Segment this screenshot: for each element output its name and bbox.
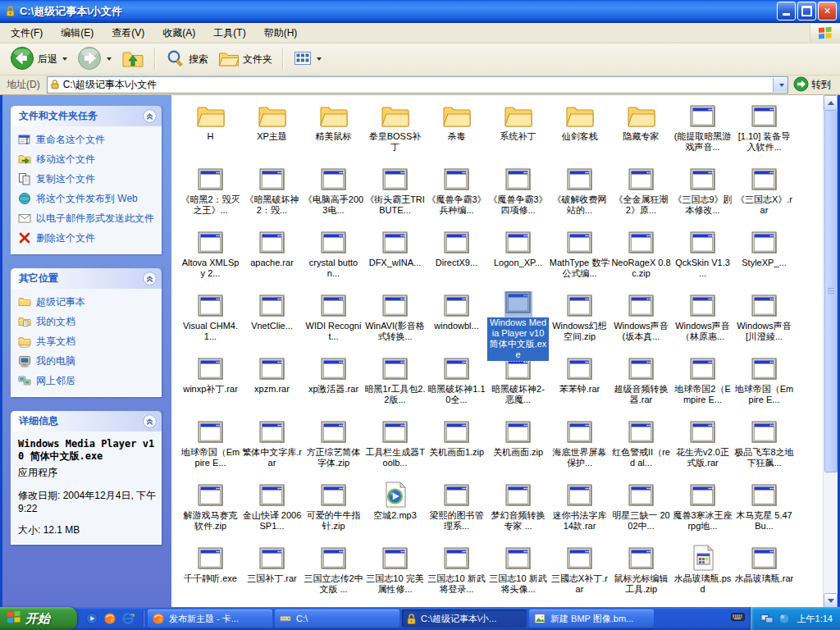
file-item[interactable]: QckSkin V1.3 ... — [672, 226, 733, 290]
file-item[interactable]: 三国志10 新武将头像... — [487, 542, 549, 605]
task-link[interactable]: 移动这个文件 — [18, 153, 158, 167]
network-tray-icon[interactable] — [760, 612, 774, 625]
file-item[interactable]: Windows声音(坂本真... — [610, 290, 672, 353]
task-link[interactable]: 我的电脑 — [18, 354, 158, 368]
file-item[interactable]: apache.rar — [241, 226, 303, 290]
file-item[interactable]: Windows声音（林原惠... — [672, 290, 733, 353]
file-item[interactable]: 《暗黑2：毁灭之王》... — [180, 163, 241, 226]
panel-header[interactable]: 文件和文件夹任务 — [11, 106, 162, 126]
address-input[interactable]: C:\超级记事本\小文件 — [47, 76, 788, 94]
task-link[interactable]: 复制这个文件 — [18, 172, 158, 186]
views-button[interactable] — [289, 48, 326, 71]
file-item[interactable]: 方正综艺简体字体.zip — [303, 416, 364, 479]
file-item[interactable]: 《三国志X》.rar — [733, 163, 795, 226]
menu-item[interactable]: 帮助(H) — [255, 24, 307, 43]
file-item[interactable]: xp激活器.rar — [303, 353, 364, 416]
file-item[interactable]: Windows声音[川澄綾... — [733, 290, 795, 353]
menu-item[interactable]: 查看(V) — [103, 24, 153, 43]
file-item[interactable]: 《电脑高手2003电... — [303, 163, 364, 226]
maximize-button[interactable] — [797, 2, 816, 21]
file-item[interactable]: 关机画面1.zip — [426, 416, 487, 479]
menu-item[interactable]: 工具(T) — [204, 24, 254, 43]
folder-item[interactable]: 隐藏专家 — [610, 100, 672, 163]
file-item[interactable]: crystal button... — [303, 226, 364, 290]
back-button[interactable]: 后退 — [5, 43, 72, 75]
file-item[interactable]: windowbl... — [426, 290, 487, 353]
address-dropdown-button[interactable] — [773, 78, 788, 92]
file-item[interactable]: 木马克星 5.47 Bu... — [733, 479, 795, 542]
file-item[interactable]: MathType 数学公式编... — [549, 226, 610, 290]
search-button[interactable]: 搜索 — [161, 46, 213, 73]
language-bar[interactable] — [726, 611, 750, 626]
file-item[interactable]: 苯苯钟.rar — [549, 353, 610, 416]
folder-item[interactable]: 杀毒 — [426, 100, 487, 163]
file-item[interactable]: 解游戏马赛克软件.zip — [180, 479, 241, 542]
file-item[interactable]: 金山快译 2006 SP1... — [241, 479, 303, 542]
task-link[interactable]: 我的文档 — [18, 315, 158, 329]
file-item[interactable]: VnetClie... — [241, 290, 303, 353]
file-item[interactable]: 三國志X补丁.rar — [549, 542, 610, 605]
file-item[interactable]: winxp补丁.rar — [180, 353, 241, 416]
file-item[interactable]: 《破解收费网站的... — [549, 163, 610, 226]
file-item[interactable]: 三国志10 新武将登录... — [426, 542, 487, 605]
go-button[interactable]: 转到 — [788, 76, 838, 94]
file-item[interactable]: xpzm.rar — [241, 353, 303, 416]
file-item[interactable]: 三国志10 完美属性修... — [364, 542, 426, 605]
file-item[interactable]: 梦幻音频转换专家 ... — [487, 479, 549, 542]
file-item[interactable]: 繁体中文字库.rar — [241, 416, 303, 479]
file-item[interactable]: WIDI Recognit... — [303, 290, 364, 353]
file-item[interactable]: 《街头霸王TRIBUTE... — [364, 163, 426, 226]
forward-dropdown-icon[interactable] — [107, 57, 112, 61]
file-item[interactable]: Visual CHM4.1... — [180, 290, 241, 353]
taskbar-task-button[interactable]: 发布新主题 - 卡... — [148, 609, 272, 628]
quick-launch-ie-icon[interactable] — [121, 612, 135, 625]
file-item[interactable]: 暗黑1r工具包2.2版... — [364, 353, 426, 416]
file-item[interactable]: 可爱的牛牛指针.zip — [303, 479, 364, 542]
file-item[interactable]: 鼠标光标编辑工具.zip — [610, 542, 672, 605]
file-item[interactable]: 红色警戒II（red al... — [610, 416, 672, 479]
file-item[interactable]: Windows幻想空间.zip — [549, 290, 610, 353]
file-item[interactable]: 明星三缺一 2002中... — [610, 479, 672, 542]
task-link[interactable]: 将这个文件发布到 Web — [18, 192, 158, 206]
file-item[interactable]: 《全金属狂潮2》原... — [610, 163, 672, 226]
file-item[interactable]: 关机画面.zip — [487, 416, 549, 479]
file-item[interactable]: DFX_wINA... — [364, 226, 426, 290]
file-item[interactable]: 暗黑破坏神1.10全... — [426, 353, 487, 416]
file-item[interactable]: DirectX9... — [426, 226, 487, 290]
file-item[interactable]: 《暗黑破坏神2：毁... — [241, 163, 303, 226]
file-item[interactable]: Windows Media Player v10 简体中文版.exe — [487, 290, 549, 353]
menu-item[interactable]: 文件(F) — [2, 24, 52, 43]
close-button[interactable]: ✕ — [818, 2, 837, 21]
task-link[interactable]: 网上邻居 — [18, 374, 158, 388]
file-item[interactable]: 《魔兽争霸3》四项修... — [487, 163, 549, 226]
file-item[interactable]: 三国补丁.rar — [241, 542, 303, 605]
folders-button[interactable]: 文件夹 — [213, 47, 277, 72]
file-item[interactable]: 海底世界屏幕保护... — [549, 416, 610, 479]
file-item[interactable]: 《魔兽争霸3》兵种编... — [426, 163, 487, 226]
file-item[interactable]: 《三国志9》剧本修改... — [672, 163, 733, 226]
task-link[interactable]: 以电子邮件形式发送此文件 — [18, 212, 158, 226]
forward-button[interactable] — [72, 43, 116, 75]
views-dropdown-icon[interactable] — [317, 57, 322, 61]
file-item[interactable]: 空城2.mp3 — [364, 479, 426, 542]
task-link[interactable]: 超级记事本 — [18, 295, 158, 309]
menu-item[interactable]: 收藏(A) — [153, 24, 204, 43]
quick-launch-firefox-icon[interactable] — [103, 612, 116, 625]
file-item[interactable]: 梁熙的图书管理系... — [426, 479, 487, 542]
folder-item[interactable]: 系统补丁 — [487, 100, 549, 163]
vertical-scrollbar[interactable] — [823, 95, 838, 609]
file-item[interactable]: 地球帝国（Empire E... — [733, 353, 795, 416]
panel-header[interactable]: 其它位置 — [11, 268, 162, 289]
folder-item[interactable]: H — [180, 100, 241, 163]
file-item[interactable]: 地球帝国（Empire E... — [180, 416, 241, 479]
task-link[interactable]: 删除这个文件 — [18, 231, 158, 245]
folder-item[interactable]: 拳皇BOSS补丁 — [364, 100, 426, 163]
back-dropdown-icon[interactable] — [62, 57, 67, 61]
start-button[interactable]: 开始 — [0, 607, 77, 630]
file-item[interactable]: 极品飞车8之地下狂飙... — [733, 416, 795, 479]
taskbar-task-button[interactable]: 新建 BMP 图像.bm... — [529, 609, 654, 628]
file-item[interactable]: 水晶玻璃瓶.rar — [733, 542, 795, 605]
file-item[interactable]: 三国立志传2中文版 ... — [303, 542, 364, 605]
file-item[interactable]: 地球帝国2（Empire E... — [672, 353, 733, 416]
file-item[interactable]: 迷你书法字库 14款.rar — [549, 479, 610, 542]
